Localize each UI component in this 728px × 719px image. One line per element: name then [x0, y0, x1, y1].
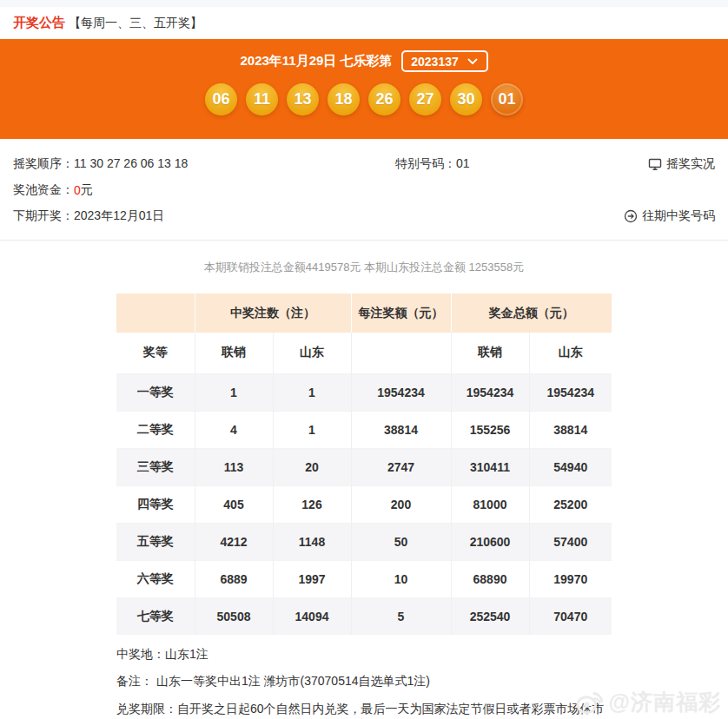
prize-cell: 20 [273, 448, 351, 485]
sub-header-national: 联销 [195, 333, 273, 373]
prize-cell: 4 [195, 411, 273, 448]
prize-cell: 113 [195, 448, 273, 485]
prize-cell: 二等奖 [116, 411, 195, 448]
next-draw-value: 2023年12月01日 [74, 208, 164, 222]
winning-place-note: 中奖地：山东1注 [116, 645, 612, 663]
draw-order-row: 摇奖顺序：11 30 27 26 06 13 18 特别号码：01 摇奖实况 [13, 151, 715, 177]
announcement-bar: 开奖公告 【每周一、三、五开奖】 [0, 7, 728, 39]
prize-pool-row: 奖池资金：0元 [13, 177, 715, 203]
prize-table-group-header: 中奖注数（注） 每注奖额（元） 奖金总额（元） [116, 294, 612, 333]
prize-cell: 1148 [273, 523, 351, 560]
prize-cell: 10 [351, 560, 451, 597]
prize-row: 七等奖 50508 14094 5 252540 70470 [116, 597, 612, 635]
result-banner: 2023年11月29日 七乐彩第 2023137 06 11 13 18 26 … [0, 39, 728, 139]
sub-header-blank [351, 333, 451, 373]
issue-number: 2023137 [411, 55, 459, 69]
sales-summary: 本期联销投注总金额4419578元 本期山东投注总金额 1253558元 [0, 260, 728, 275]
winning-numbers: 06 11 13 18 26 27 30 01 [0, 83, 728, 115]
prize-table: 中奖注数（注） 每注奖额（元） 奖金总额（元） 奖等 联销 山东 联销 山东 一… [116, 294, 612, 635]
next-draw: 下期开奖：2023年12月01日 [13, 208, 624, 224]
prize-cell: 七等奖 [116, 597, 195, 635]
prize-cell: 310411 [451, 448, 529, 485]
prize-cell: 一等奖 [116, 373, 195, 411]
group-header-blank [116, 294, 195, 333]
prize-cell: 81000 [451, 485, 529, 523]
next-draw-row: 下期开奖：2023年12月01日 往期中奖号码 [13, 203, 715, 229]
prize-cell: 6889 [195, 560, 273, 597]
group-header-per-bet: 每注奖额（元） [351, 294, 451, 333]
prize-cell: 三等奖 [116, 448, 195, 485]
sub-header-national2: 联销 [451, 333, 529, 373]
special-ball: 01 [491, 83, 523, 115]
issue-dropdown[interactable]: 2023137 [401, 50, 488, 72]
prize-cell: 14094 [273, 597, 351, 635]
prize-cell: 68890 [451, 560, 529, 597]
prize-cell: 19970 [529, 560, 612, 597]
weibo-icon [574, 686, 606, 717]
history-numbers-label: 往期中奖号码 [642, 208, 715, 224]
lottery-ball: 11 [246, 83, 278, 115]
prize-cell: 126 [273, 485, 351, 523]
prize-cell: 1954234 [351, 373, 451, 411]
prize-row: 五等奖 4212 1148 50 210600 57400 [116, 523, 612, 560]
prize-cell: 1 [273, 373, 351, 411]
notes-section: 中奖地：山东1注 备注： 山东一等奖中出1注 潍坊市(37070514自选单式1… [116, 645, 612, 719]
draw-order-value: 11 30 27 26 06 13 18 [74, 156, 188, 170]
monitor-icon [648, 157, 662, 171]
prize-row: 三等奖 113 20 2747 310411 54940 [116, 448, 612, 485]
prize-cell: 5 [351, 597, 451, 635]
lottery-ball: 27 [409, 83, 441, 115]
prize-pool-value: 0 [74, 183, 81, 197]
circle-arrow-right-icon [624, 209, 638, 223]
history-numbers-link[interactable]: 往期中奖号码 [624, 208, 715, 224]
prize-cell: 五等奖 [116, 523, 195, 560]
group-header-total: 奖金总额（元） [451, 294, 612, 333]
prize-row: 一等奖 1 1 1954234 1954234 1954234 [116, 373, 612, 411]
prize-cell: 50508 [195, 597, 273, 635]
lottery-ball: 26 [368, 83, 400, 115]
prize-cell: 405 [195, 485, 273, 523]
prize-cell: 155256 [451, 411, 529, 448]
sub-header-shandong2: 山东 [529, 333, 612, 373]
watermark: @济南福彩 [574, 686, 721, 717]
banner-head: 2023年11月29日 七乐彩第 2023137 [0, 50, 728, 72]
special-number-value: 01 [456, 156, 470, 170]
live-draw-link[interactable]: 摇奖实况 [648, 156, 715, 172]
prize-cell: 200 [351, 485, 451, 523]
prize-cell: 1954234 [529, 373, 612, 411]
draw-order-label: 摇奖顺序： [13, 156, 74, 170]
draw-info-section: 摇奖顺序：11 30 27 26 06 13 18 特别号码：01 摇奖实况 奖… [0, 139, 728, 241]
prize-row: 六等奖 6889 1997 10 68890 19970 [116, 560, 612, 597]
prize-pool-label: 奖池资金： [13, 182, 74, 198]
prize-cell: 54940 [529, 448, 612, 485]
prize-cell: 50 [351, 523, 451, 560]
sub-header-shandong: 山东 [273, 333, 351, 373]
prize-cell: 1954234 [451, 373, 529, 411]
next-draw-label: 下期开奖： [13, 208, 74, 222]
prize-cell: 1997 [273, 560, 351, 597]
prize-cell: 四等奖 [116, 485, 195, 523]
prize-cell: 70470 [529, 597, 612, 635]
prize-cell: 25200 [529, 485, 612, 523]
watermark-text: @济南福彩 [609, 688, 721, 716]
prize-pool-unit: 元 [81, 182, 93, 198]
prize-cell: 六等奖 [116, 560, 195, 597]
sub-header-tier: 奖等 [116, 333, 195, 373]
page-top-strip [0, 0, 728, 7]
prize-cell: 38814 [351, 411, 451, 448]
live-draw-label: 摇奖实况 [666, 156, 715, 172]
chevron-down-icon [467, 58, 478, 65]
remark-note: 备注： 山东一等奖中出1注 潍坊市(37070514自选单式1注) [116, 672, 612, 690]
lottery-ball: 13 [287, 83, 319, 115]
prize-cell: 57400 [529, 523, 612, 560]
special-number: 特别号码：01 [395, 156, 648, 172]
prize-cell: 1 [195, 373, 273, 411]
draw-date-label: 2023年11月29日 七乐彩第 [240, 53, 392, 69]
prize-cell: 38814 [529, 411, 612, 448]
prize-cell: 4212 [195, 523, 273, 560]
prize-cell: 210600 [451, 523, 529, 560]
lottery-ball: 06 [205, 83, 237, 115]
prize-table-sub-header: 奖等 联销 山东 联销 山东 [116, 333, 612, 373]
page-title: 开奖公告 [13, 15, 65, 31]
prize-cell: 2747 [351, 448, 451, 485]
